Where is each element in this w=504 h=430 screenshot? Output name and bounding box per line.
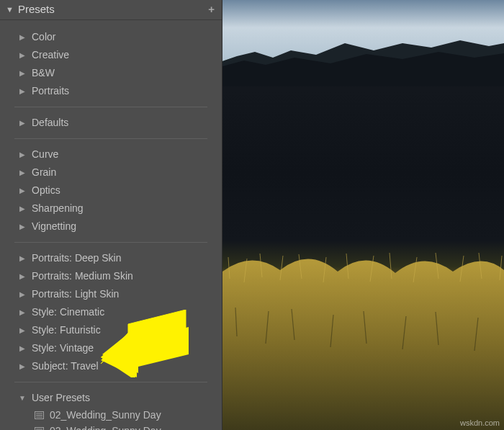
preset-folder-portraits-medium[interactable]: ▶Portraits: Medium Skin: [0, 267, 222, 285]
preset-folder-vignetting[interactable]: ▶Vignetting: [0, 218, 222, 236]
preset-folder-style-vintage[interactable]: ▶Style: Vintage: [0, 339, 222, 357]
svg-line-19: [402, 316, 406, 349]
divider: [14, 138, 207, 139]
expand-icon: ▶: [17, 269, 27, 284]
preset-folder-curve[interactable]: ▶Curve: [0, 145, 222, 164]
preset-folder-subject-travel[interactable]: ▶Subject: Travel: [0, 357, 222, 375]
preset-folder-grain[interactable]: ▶Grain: [0, 164, 222, 182]
collapse-icon: ▼: [17, 390, 27, 406]
divider: [14, 242, 207, 243]
preview-foreground-grass: [222, 243, 504, 430]
preset-folder-defaults[interactable]: ▶Defaults: [0, 114, 222, 132]
add-preset-icon[interactable]: +: [208, 3, 215, 15]
expand-icon: ▶: [17, 305, 27, 320]
svg-line-3: [280, 256, 283, 280]
user-presets-group: ▼ User Presets 02_Wedding_Sunny Day 02_W…: [0, 387, 222, 430]
expand-icon: ▶: [17, 147, 27, 162]
expand-icon: ▶: [17, 183, 27, 198]
expand-icon: ▶: [17, 201, 27, 216]
expand-icon: ▶: [17, 287, 27, 302]
preset-group: ▶Color ▶Creative ▶B&W ▶Portraits: [0, 26, 222, 102]
svg-line-1: [244, 259, 247, 282]
svg-line-18: [364, 311, 366, 344]
expand-icon: ▶: [17, 84, 27, 99]
expand-icon: ▶: [17, 48, 27, 63]
preview-sky-ridge: [222, 0, 504, 86]
collapse-icon: ▼: [6, 5, 14, 14]
preset-group: ▶Defaults: [0, 112, 222, 134]
photo-preview: [222, 0, 504, 430]
expand-icon: ▶: [17, 323, 27, 338]
expand-icon: ▶: [17, 115, 27, 130]
svg-line-12: [479, 253, 482, 279]
svg-line-4: [299, 254, 302, 279]
panel-body: ▶Color ▶Creative ▶B&W ▶Portraits ▶Defaul…: [0, 20, 222, 430]
svg-line-0: [228, 257, 230, 279]
expand-icon: ▶: [17, 165, 27, 180]
svg-line-9: [413, 257, 417, 282]
expand-icon: ▶: [17, 341, 27, 356]
divider: [14, 107, 207, 107]
preset-label: 02_Wedding_Sunny Day: [50, 408, 161, 422]
preset-group: ▶Portraits: Deep Skin ▶Portraits: Medium…: [0, 247, 222, 377]
preset-item[interactable]: 02_Wedding_Sunny Day: [0, 407, 222, 423]
expand-icon: ▶: [17, 66, 27, 81]
svg-line-20: [436, 312, 438, 345]
preset-folder-optics[interactable]: ▶Optics: [0, 182, 222, 200]
svg-line-8: [390, 253, 392, 279]
svg-line-17: [330, 315, 333, 347]
panel-title: Presets: [18, 3, 208, 15]
preset-folder-portraits-light[interactable]: ▶Portraits: Light Skin: [0, 285, 222, 303]
preset-item[interactable]: 02_Wedding_Sunny Day: [0, 423, 222, 430]
svg-line-14: [235, 308, 237, 336]
preset-label: 02_Wedding_Sunny Day: [50, 424, 161, 430]
svg-line-16: [292, 309, 294, 340]
svg-line-15: [266, 311, 269, 344]
svg-line-2: [260, 254, 262, 277]
preset-folder-creative[interactable]: ▶Creative: [0, 46, 222, 64]
preset-folder-portraits[interactable]: ▶Portraits: [0, 82, 222, 100]
preset-sliders-icon: [35, 427, 44, 431]
preset-folder-portraits-deep[interactable]: ▶Portraits: Deep Skin: [0, 249, 222, 267]
svg-line-11: [460, 256, 464, 282]
preset-folder-style-futuristic[interactable]: ▶Style: Futuristic: [0, 321, 222, 339]
svg-line-21: [474, 318, 478, 351]
svg-line-10: [436, 253, 438, 279]
expand-icon: ▶: [17, 30, 27, 45]
expand-icon: ▶: [17, 251, 27, 266]
svg-line-13: [500, 256, 502, 280]
presets-panel: ▼ Presets + ▶Color ▶Creative ▶B&W ▶Portr…: [0, 0, 222, 430]
preset-sliders-icon: [35, 411, 44, 419]
preset-group: ▶Curve ▶Grain ▶Optics ▶Sharpening ▶Vigne…: [0, 143, 222, 238]
preset-folder-user-presets[interactable]: ▼ User Presets: [0, 389, 222, 407]
expand-icon: ▶: [17, 219, 27, 234]
preset-folder-color[interactable]: ▶Color: [0, 28, 222, 46]
svg-line-5: [323, 257, 326, 282]
svg-line-7: [370, 256, 374, 282]
divider: [14, 382, 207, 382]
svg-line-6: [346, 254, 348, 279]
preset-folder-style-cinematic[interactable]: ▶Style: Cinematic: [0, 303, 222, 321]
expand-icon: ▶: [17, 359, 27, 374]
panel-header[interactable]: ▼ Presets +: [0, 0, 222, 20]
preset-folder-bw[interactable]: ▶B&W: [0, 64, 222, 82]
preset-folder-sharpening[interactable]: ▶Sharpening: [0, 200, 222, 218]
